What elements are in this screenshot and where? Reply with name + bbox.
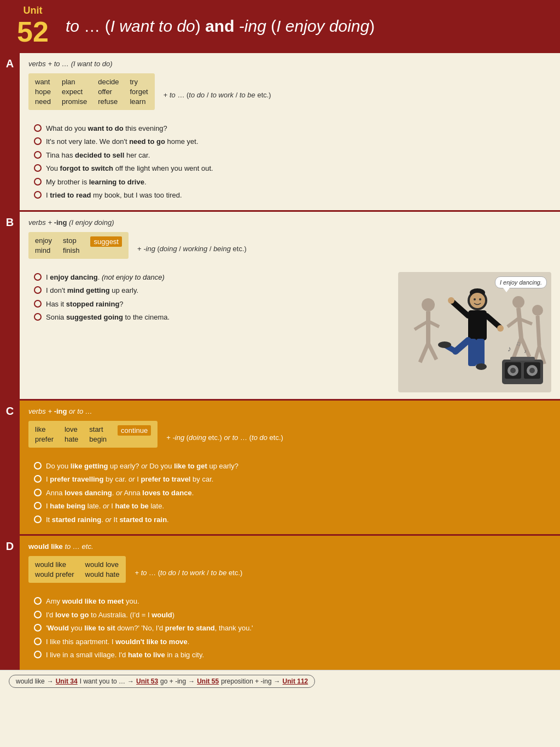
bullet bbox=[34, 611, 42, 618]
section-d-verb-box: would like would love would prefer would… bbox=[28, 556, 126, 583]
section-c-examples: Do you like getting up early? or Do you … bbox=[28, 461, 551, 525]
section-d-label: D bbox=[0, 536, 20, 670]
example-c5: It started raining. or It started to rai… bbox=[34, 514, 551, 525]
verb-col-c3: start begin bbox=[89, 425, 107, 443]
svg-point-6 bbox=[512, 296, 524, 308]
section-d: D would like to … etc. would like would … bbox=[0, 536, 560, 670]
example-a4: You forgot to switch off the light when … bbox=[34, 163, 551, 174]
arrow-2: → bbox=[127, 677, 134, 685]
bullet bbox=[34, 178, 42, 186]
section-b-examples: I enjoy dancing. (not enjoy to dance) I … bbox=[28, 272, 389, 323]
section-d-plus: + to … (to do / to work / to be etc.) bbox=[135, 569, 242, 577]
verb-col-b3: suggest bbox=[90, 236, 122, 247]
svg-line-4 bbox=[420, 343, 428, 362]
example-d1: Amy would like to meet you. bbox=[34, 596, 551, 607]
footer-link-unit55[interactable]: Unit 55 bbox=[197, 677, 219, 685]
bullet bbox=[34, 638, 42, 645]
svg-text:♪: ♪ bbox=[524, 348, 527, 354]
section-a-label: A bbox=[0, 53, 20, 210]
bullet bbox=[34, 273, 42, 281]
footer-link-unit53[interactable]: Unit 53 bbox=[136, 677, 158, 685]
svg-line-8 bbox=[508, 319, 518, 327]
svg-rect-18 bbox=[468, 310, 487, 340]
example-c4: I hate being late. or I hate to be late. bbox=[34, 501, 551, 512]
section-c-verb-box: like prefer love hate start begin contin… bbox=[28, 421, 158, 448]
bullet bbox=[34, 286, 42, 294]
verb-col-c4: continue bbox=[118, 425, 151, 436]
svg-point-38 bbox=[529, 368, 535, 373]
arrow-4: → bbox=[274, 677, 281, 685]
bullet bbox=[34, 124, 42, 132]
bullet bbox=[34, 489, 42, 496]
unit-number: 52 bbox=[11, 16, 55, 48]
example-a1: What do you want to do this evening? bbox=[34, 123, 551, 134]
bullet bbox=[34, 624, 42, 632]
verb-col-1: want hope need bbox=[35, 78, 51, 106]
section-c-plus: + -ing (doing etc.) or to … (to do etc.) bbox=[166, 433, 283, 442]
bullet bbox=[34, 300, 42, 308]
verb-col-b2: stop finish bbox=[63, 236, 79, 254]
svg-rect-24 bbox=[476, 339, 485, 366]
example-d5: I live in a small village. I'd hate to l… bbox=[34, 650, 551, 661]
page-header: Unit 52 to … (I want to do) and -ing (I … bbox=[0, 0, 560, 53]
arrow-3: → bbox=[188, 677, 195, 685]
svg-point-12 bbox=[532, 305, 543, 316]
svg-line-5 bbox=[428, 343, 436, 360]
svg-point-29 bbox=[470, 293, 485, 308]
bullet bbox=[34, 502, 42, 509]
svg-line-19 bbox=[453, 302, 468, 316]
footer-text-3: preposition + -ing bbox=[221, 677, 271, 685]
svg-point-35 bbox=[510, 368, 516, 373]
section-a-title: verbs + to … (I want to do) bbox=[28, 60, 551, 68]
svg-point-22 bbox=[497, 325, 504, 332]
section-b-label: B bbox=[0, 212, 20, 399]
footer-links: would like → Unit 34 I want you to … → U… bbox=[9, 675, 315, 688]
example-b4: Sonia suggested going to the cinema. bbox=[34, 312, 389, 323]
svg-point-31 bbox=[479, 298, 481, 300]
footer-prefix: would like bbox=[16, 677, 45, 685]
dance-illustration: I enjoy dancing. bbox=[398, 272, 551, 392]
section-b-plus: + -ing (doing / working / being etc.) bbox=[137, 245, 247, 253]
bullet bbox=[34, 475, 42, 483]
verb-grid-d: would like would love would prefer would… bbox=[35, 560, 119, 578]
section-a-content: verbs + to … (I want to do) want hope ne… bbox=[20, 53, 560, 210]
bullet bbox=[34, 313, 42, 321]
header-title: to … (I want to do) and -ing (I enjoy do… bbox=[66, 17, 375, 36]
svg-point-30 bbox=[474, 298, 476, 300]
svg-rect-39 bbox=[510, 357, 535, 361]
example-c2: I prefer travelling by car. or I prefer … bbox=[34, 474, 551, 485]
dance-svg: ♪ ♫ ♪ bbox=[398, 272, 551, 392]
section-c-title: verbs + -ing or to … bbox=[28, 407, 551, 415]
section-a-verb-box: want hope need plan expect promise decid… bbox=[28, 73, 155, 110]
section-a-plus: + to … (to do / to work / to be etc.) bbox=[164, 91, 271, 99]
footer-link-unit34[interactable]: Unit 34 bbox=[56, 677, 78, 685]
section-b-content: verbs + -ing (I enjoy doing) enjoy mind … bbox=[20, 212, 560, 399]
verb-col-4: try forget learn bbox=[130, 78, 148, 106]
section-a-examples: What do you want to do this evening? It'… bbox=[28, 123, 551, 201]
example-a5: My brother is learning to drive. bbox=[34, 177, 551, 188]
svg-line-7 bbox=[518, 308, 521, 338]
example-b3: Has it stopped raining? bbox=[34, 299, 389, 310]
svg-line-13 bbox=[538, 316, 539, 346]
bullet bbox=[34, 516, 42, 523]
section-c-label: C bbox=[0, 401, 20, 535]
svg-text:♪: ♪ bbox=[508, 344, 511, 353]
bullet bbox=[34, 462, 42, 470]
svg-point-28 bbox=[476, 363, 487, 370]
example-a2: It's not very late. We don't need to go … bbox=[34, 136, 551, 147]
example-d3: 'Would you like to sit down?' 'No, I'd p… bbox=[34, 623, 551, 634]
bullet bbox=[34, 597, 42, 605]
bullet bbox=[34, 151, 42, 159]
arrow-1: → bbox=[47, 677, 54, 685]
section-b-text: I enjoy dancing. (not enjoy to dance) I … bbox=[28, 272, 389, 392]
unit-text: Unit bbox=[24, 5, 43, 16]
footer-text-1: I want you to … bbox=[80, 677, 125, 685]
bullet bbox=[34, 191, 42, 199]
section-d-examples: Amy would like to meet you. I'd love to … bbox=[28, 596, 551, 661]
footer-link-unit112[interactable]: Unit 112 bbox=[283, 677, 308, 685]
svg-line-21 bbox=[487, 316, 499, 327]
section-b: B verbs + -ing (I enjoy doing) enjoy min… bbox=[0, 212, 560, 399]
bullet bbox=[34, 651, 42, 658]
section-c: C verbs + -ing or to … like prefer love … bbox=[0, 401, 560, 535]
bullet bbox=[34, 164, 42, 172]
